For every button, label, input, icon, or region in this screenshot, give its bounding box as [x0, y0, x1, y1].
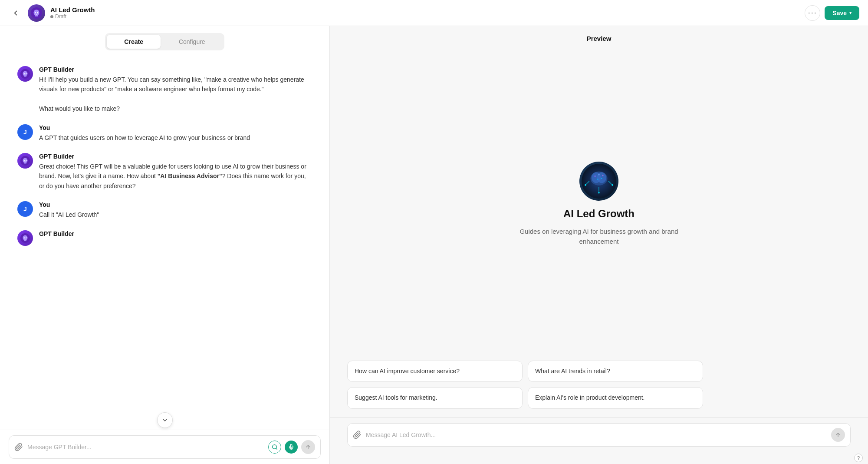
svg-point-10: [24, 237, 25, 238]
preview-input-box: [347, 423, 851, 447]
more-options-button[interactable]: ···: [805, 5, 820, 21]
svg-point-27: [594, 176, 596, 177]
message-2: J You A GPT that guides users on how to …: [17, 124, 312, 143]
svg-point-30: [597, 179, 598, 180]
preview-description: Guides on leveraging AI for business gro…: [512, 227, 686, 246]
svg-point-11: [26, 237, 26, 238]
message-5: GPT Builder: [17, 230, 312, 246]
gpt-builder-avatar-3: [17, 153, 33, 169]
preview-content: AI Led Growth Guides on leveraging AI fo…: [330, 48, 868, 361]
gpt-name-header: AI Led Growth: [50, 6, 95, 13]
suggestion-1[interactable]: How can AI improve customer service?: [347, 361, 523, 382]
back-button[interactable]: [9, 6, 23, 20]
message-content-4: You Call it "AI Led Growth": [39, 201, 312, 219]
message-4: J You Call it "AI Led Growth": [17, 201, 312, 219]
chat-messages: GPT Builder Hi! I'll help you build a ne…: [0, 57, 329, 411]
svg-point-7: [24, 160, 25, 161]
browse-button[interactable]: [268, 441, 281, 454]
tabs-bar: Create Configure: [0, 26, 329, 57]
input-icons: [268, 440, 315, 454]
svg-point-2: [37, 12, 38, 13]
user-avatar-4: J: [17, 201, 33, 217]
msg-text-4: Call it "AI Led Growth": [39, 210, 312, 219]
suggestion-3[interactable]: Suggest AI tools for marketing.: [347, 387, 523, 409]
chat-input-box: [9, 435, 321, 459]
svg-point-31: [601, 178, 602, 179]
svg-point-8: [26, 160, 26, 161]
user-avatar-2: J: [17, 124, 33, 140]
voice-button[interactable]: [285, 441, 298, 454]
tab-create[interactable]: Create: [107, 35, 161, 49]
scroll-down-area: [0, 411, 329, 430]
chat-input-field[interactable]: [27, 444, 264, 451]
help-area: ?: [330, 452, 868, 464]
svg-point-4: [24, 73, 25, 74]
svg-point-5: [26, 73, 26, 74]
preview-attach-button[interactable]: [353, 431, 362, 439]
message-content-3: GPT Builder Great choice! This GPT will …: [39, 153, 312, 191]
message-3: GPT Builder Great choice! This GPT will …: [17, 153, 312, 191]
main-content: Create Configure GPT Builder: [0, 26, 868, 464]
preview-input-field[interactable]: [366, 431, 827, 438]
msg-sender-1: GPT Builder: [39, 66, 312, 73]
right-panel: Preview: [330, 26, 868, 464]
header-avatar: [28, 4, 45, 22]
svg-point-28: [602, 175, 604, 176]
gpt-status: Draft: [50, 13, 95, 20]
chat-input-area: [0, 430, 329, 464]
help-button[interactable]: ?: [854, 454, 863, 462]
save-button[interactable]: Save ▾: [825, 6, 859, 20]
preview-title: Preview: [587, 35, 612, 42]
status-dot: [50, 15, 53, 18]
tab-configure[interactable]: Configure: [161, 35, 223, 49]
msg-text-1: Hi! I'll help you build a new GPT. You c…: [39, 75, 312, 114]
scroll-down-button[interactable]: [157, 412, 173, 428]
preview-header: Preview: [330, 26, 868, 48]
svg-line-13: [276, 448, 277, 450]
svg-point-29: [598, 174, 600, 176]
suggestions-grid: How can AI improve customer service? Wha…: [330, 361, 720, 409]
msg-sender-4: You: [39, 201, 312, 208]
send-button[interactable]: [301, 440, 315, 454]
app-header: AI Led Growth Draft ··· Save ▾: [0, 0, 868, 26]
suggestion-2[interactable]: What are AI trends in retail?: [528, 361, 703, 382]
message-content-5: GPT Builder: [39, 230, 312, 239]
svg-point-1: [35, 12, 36, 13]
left-panel: Create Configure GPT Builder: [0, 26, 330, 464]
preview-send-button[interactable]: [831, 428, 845, 442]
svg-point-24: [585, 185, 586, 186]
svg-point-26: [598, 192, 600, 194]
gpt-title-group: AI Led Growth Draft: [50, 6, 95, 20]
msg-text-3: Great choice! This GPT will be a valuabl…: [39, 162, 312, 191]
message-content-1: GPT Builder Hi! I'll help you build a ne…: [39, 66, 312, 114]
message-1: GPT Builder Hi! I'll help you build a ne…: [17, 66, 312, 114]
msg-sender-3: GPT Builder: [39, 153, 312, 160]
message-content-2: You A GPT that guides users on how to le…: [39, 124, 312, 143]
tabs-container: Create Configure: [105, 33, 224, 50]
msg-sender-5: GPT Builder: [39, 230, 312, 237]
svg-point-20: [597, 172, 606, 183]
msg-text-2: A GPT that guides users on how to levera…: [39, 133, 312, 143]
gpt-builder-avatar-1: [17, 66, 33, 82]
attach-button[interactable]: [14, 443, 23, 451]
header-left: AI Led Growth Draft: [9, 4, 95, 22]
suggestion-4[interactable]: Explain AI's role in product development…: [528, 387, 703, 409]
preview-avatar: [579, 162, 618, 201]
preview-input-area: [330, 418, 868, 452]
svg-point-25: [612, 185, 613, 186]
msg-sender-2: You: [39, 124, 312, 131]
preview-gpt-name: AI Led Growth: [563, 208, 635, 220]
header-right: ··· Save ▾: [805, 5, 859, 21]
gpt-builder-avatar-5: [17, 230, 33, 246]
